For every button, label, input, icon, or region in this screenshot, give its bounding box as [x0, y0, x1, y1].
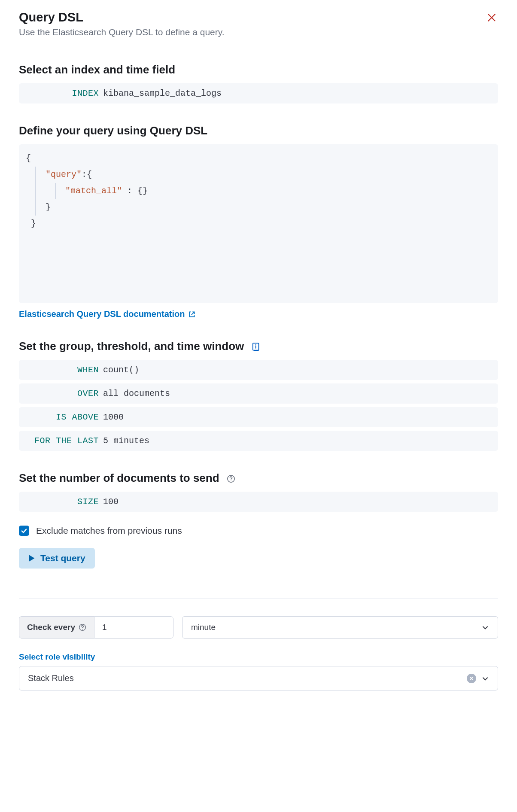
chevron-down-icon — [481, 675, 489, 682]
external-link-icon — [188, 310, 196, 318]
section-index-title: Select an index and time field — [19, 63, 498, 76]
check-every-unit-value: minute — [191, 623, 216, 632]
check-every-label: Check every — [19, 616, 94, 639]
over-key: OVER — [26, 389, 99, 398]
role-visibility-value: Stack Rules — [28, 673, 74, 683]
close-icon[interactable] — [485, 10, 498, 27]
chevron-down-icon — [481, 623, 489, 631]
clear-icon[interactable] — [467, 674, 476, 683]
query-code-editor[interactable]: {"query":{"match_all" : {}} } — [19, 144, 498, 303]
section-query-title: Define your query using Query DSL — [19, 124, 498, 137]
role-visibility-select[interactable]: Stack Rules — [19, 666, 498, 690]
forlast-key: FOR THE LAST — [26, 436, 99, 446]
info-icon[interactable] — [252, 342, 261, 352]
section-threshold-text: Set the group, threshold, and time windo… — [19, 340, 244, 353]
play-icon — [28, 554, 35, 562]
code-query-key: "query" — [46, 170, 82, 179]
forlast-expression[interactable]: FOR THE LAST 5 minutes — [19, 431, 498, 451]
check-every-unit-select[interactable]: minute — [182, 616, 498, 639]
section-size-text: Set the number of documents to send — [19, 471, 219, 484]
section-threshold-title: Set the group, threshold, and time windo… — [19, 340, 498, 353]
help-icon[interactable] — [79, 623, 86, 631]
role-visibility-label[interactable]: Select role visibility — [19, 652, 498, 662]
exclude-label: Exclude matches from previous runs — [36, 526, 182, 536]
index-key: INDEX — [26, 88, 99, 98]
over-value: all documents — [103, 389, 170, 398]
exclude-checkbox[interactable] — [19, 526, 29, 536]
above-expression[interactable]: IS ABOVE 1000 — [19, 407, 498, 427]
doc-link-text: Elasticsearch Query DSL documentation — [19, 309, 185, 319]
over-expression[interactable]: OVER all documents — [19, 383, 498, 404]
doc-link[interactable]: Elasticsearch Query DSL documentation — [19, 309, 196, 319]
test-query-button[interactable]: Test query — [19, 548, 95, 569]
above-value: 1000 — [103, 412, 124, 422]
when-expression[interactable]: WHEN count() — [19, 360, 498, 380]
forlast-value: 5 minutes — [103, 436, 149, 446]
above-key: IS ABOVE — [26, 412, 99, 422]
test-query-label: Test query — [40, 553, 85, 563]
check-every-text: Check every — [27, 623, 75, 632]
section-size-title: Set the number of documents to send — [19, 471, 498, 485]
when-key: WHEN — [26, 365, 99, 375]
size-value: 100 — [103, 497, 119, 507]
divider — [19, 599, 498, 599]
index-expression[interactable]: INDEX kibana_sample_data_logs — [19, 83, 498, 103]
check-every-input[interactable] — [94, 616, 173, 639]
code-matchall-key: "match_all" — [65, 186, 122, 196]
page-subtitle: Use the Elasticsearch Query DSL to defin… — [19, 27, 225, 37]
page-title: Query DSL — [19, 10, 225, 24]
size-expression[interactable]: SIZE 100 — [19, 492, 498, 512]
index-value: kibana_sample_data_logs — [103, 88, 222, 98]
help-icon[interactable] — [227, 474, 235, 483]
size-key: SIZE — [26, 497, 99, 507]
when-value: count() — [103, 365, 139, 375]
